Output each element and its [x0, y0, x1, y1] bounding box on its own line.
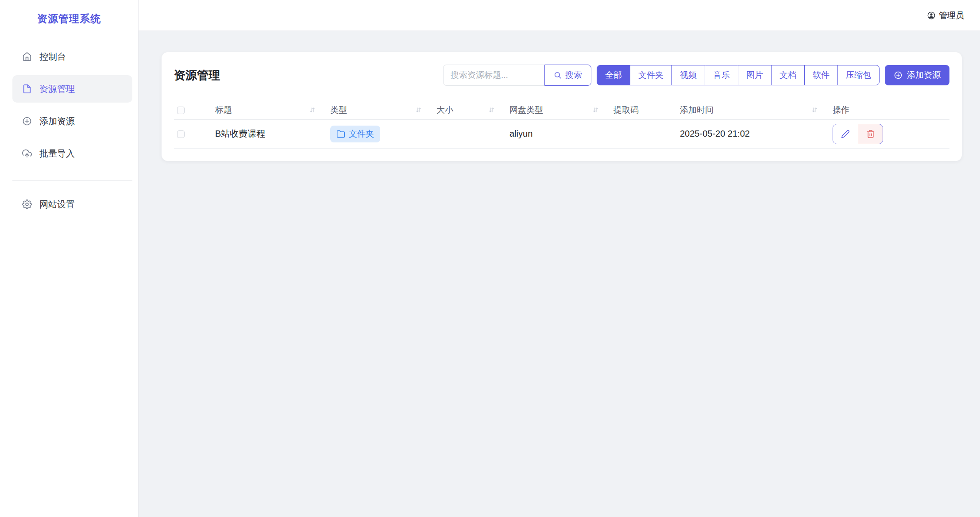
- sidebar-item-label: 网站设置: [39, 199, 75, 211]
- filter-all[interactable]: 全部: [597, 65, 630, 85]
- sort-icon[interactable]: [415, 106, 422, 114]
- sidebar-item-label: 资源管理: [39, 83, 75, 95]
- search-box: 搜索: [443, 65, 591, 86]
- sort-icon[interactable]: [811, 106, 818, 114]
- type-badge: 文件夹: [330, 126, 380, 142]
- filter-archive[interactable]: 压缩包: [837, 65, 880, 85]
- plus-circle-icon: [22, 116, 32, 126]
- search-button[interactable]: 搜索: [544, 65, 591, 86]
- cell-extract-code: [606, 119, 673, 148]
- select-all-checkbox[interactable]: [177, 107, 185, 114]
- sidebar-item-resource-management[interactable]: 资源管理: [12, 75, 132, 103]
- gear-icon: [22, 199, 32, 209]
- home-icon: [22, 52, 32, 61]
- column-header-added-time: 添加时间: [673, 101, 826, 119]
- column-header-disk-type: 网盘类型: [502, 101, 606, 119]
- sidebar-item-batch-import[interactable]: 批量导入: [12, 140, 132, 167]
- edit-button[interactable]: [833, 124, 858, 144]
- sidebar-item-label: 控制台: [39, 51, 66, 63]
- row-action-group: [833, 124, 883, 144]
- filter-music[interactable]: 音乐: [705, 65, 738, 85]
- delete-button[interactable]: [858, 124, 883, 144]
- filter-software[interactable]: 软件: [804, 65, 838, 85]
- sidebar-item-label: 添加资源: [39, 115, 75, 127]
- table-row: B站收费课程 文件夹 aliyun 2025-05-20 21:02: [174, 119, 949, 148]
- topbar: 管理员: [139, 0, 980, 31]
- type-badge-label: 文件夹: [349, 128, 374, 140]
- sort-icon[interactable]: [488, 106, 495, 114]
- user-menu[interactable]: 管理员: [927, 10, 964, 21]
- add-resource-label: 添加资源: [907, 69, 941, 81]
- cell-disk-type: aliyun: [502, 119, 606, 148]
- upload-cloud-icon: [22, 149, 32, 158]
- filter-video[interactable]: 视频: [671, 65, 705, 85]
- cell-added-time: 2025-05-20 21:02: [673, 119, 826, 148]
- search-input[interactable]: [443, 65, 544, 86]
- table-header-row: 标题 类型 大小 网盘类型: [174, 101, 949, 119]
- plus-circle-icon: [894, 71, 903, 80]
- folder-icon: [336, 130, 345, 138]
- column-header-size: 大小: [429, 101, 502, 119]
- sidebar: 资源管理系统 控制台 资源管理 添加资源 批量导入: [0, 0, 139, 517]
- page-title: 资源管理: [174, 68, 220, 83]
- sidebar-item-label: 批量导入: [39, 148, 75, 160]
- column-header-actions: 操作: [826, 101, 949, 119]
- trash-icon: [866, 130, 875, 138]
- sidebar-item-site-settings[interactable]: 网站设置: [12, 191, 132, 218]
- document-icon: [22, 84, 32, 94]
- sidebar-item-add-resource[interactable]: 添加资源: [12, 107, 132, 135]
- filter-image[interactable]: 图片: [738, 65, 772, 85]
- card-header: 资源管理 搜索 全部 文件夹 视频 音乐 图片: [174, 65, 949, 86]
- resource-card: 资源管理 搜索 全部 文件夹 视频 音乐 图片: [162, 52, 962, 161]
- filter-document[interactable]: 文档: [771, 65, 805, 85]
- row-checkbox[interactable]: [177, 130, 185, 138]
- main-content: 资源管理 搜索 全部 文件夹 视频 音乐 图片: [139, 31, 980, 161]
- cell-title: B站收费课程: [208, 119, 323, 148]
- column-header-extract-code: 提取码: [606, 101, 673, 119]
- toolbar: 搜索 全部 文件夹 视频 音乐 图片 文档 软件 压缩包: [443, 65, 949, 86]
- search-button-label: 搜索: [565, 69, 582, 81]
- cell-size: [429, 119, 502, 148]
- sort-icon[interactable]: [592, 106, 599, 114]
- sidebar-item-dashboard[interactable]: 控制台: [12, 43, 132, 70]
- user-name: 管理员: [939, 10, 964, 21]
- sort-icon[interactable]: [309, 106, 316, 114]
- brand-title: 资源管理系统: [0, 0, 138, 26]
- filter-folder[interactable]: 文件夹: [630, 65, 672, 85]
- cell-type: 文件夹: [323, 119, 429, 148]
- sidebar-divider: [12, 180, 132, 181]
- user-avatar-icon: [927, 11, 936, 20]
- add-resource-button[interactable]: 添加资源: [885, 65, 949, 85]
- cell-actions: [826, 119, 949, 148]
- column-header-title: 标题: [208, 101, 323, 119]
- resource-table: 标题 类型 大小 网盘类型: [174, 101, 949, 149]
- column-header-type: 类型: [323, 101, 429, 119]
- type-filter-group: 全部 文件夹 视频 音乐 图片 文档 软件 压缩包: [597, 65, 880, 85]
- search-icon: [554, 71, 562, 79]
- sidebar-nav: 控制台 资源管理 添加资源 批量导入 网站设置: [0, 43, 138, 218]
- pencil-icon: [841, 130, 850, 138]
